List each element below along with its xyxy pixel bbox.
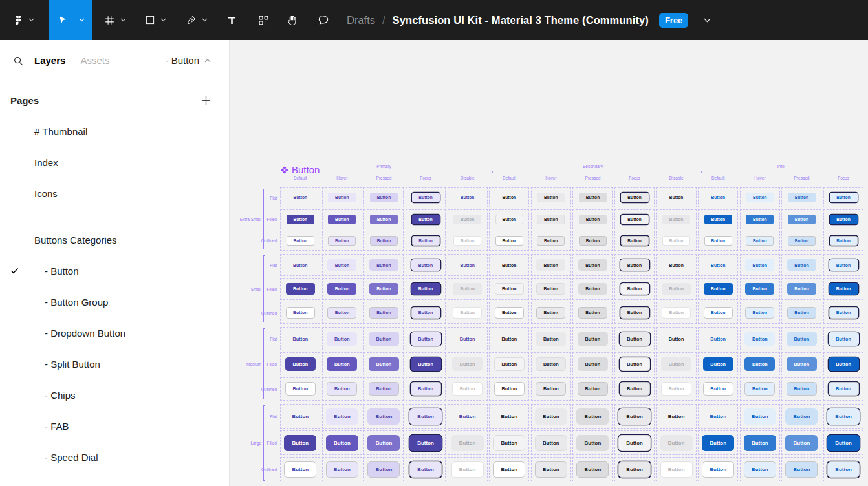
button-sample-secondary-hover-filled[interactable]: Button <box>536 283 565 295</box>
button-sample-primary-pressed-filled[interactable]: Button <box>367 435 400 451</box>
button-sample-info-default-outlined[interactable]: Button <box>704 236 732 246</box>
button-sample-primary-hover-flat[interactable]: Button <box>328 193 356 202</box>
button-sample-secondary-focus-flat[interactable]: Button <box>618 408 651 425</box>
button-sample-info-focus-outlined[interactable]: Button <box>830 236 858 246</box>
button-sample-primary-disable-flat[interactable]: Button <box>453 193 481 202</box>
button-sample-secondary-default-flat[interactable]: Button <box>495 193 523 202</box>
page-item-split-button[interactable]: - Split Button <box>0 348 229 379</box>
button-sample-primary-pressed-flat[interactable]: Button <box>369 259 398 271</box>
page-item-chips[interactable]: - Chips <box>0 379 229 410</box>
button-sample-primary-focus-outlined[interactable]: Button <box>411 382 441 396</box>
button-sample-primary-default-filled[interactable]: Button <box>286 283 315 295</box>
button-sample-info-focus-flat[interactable]: Button <box>830 193 858 202</box>
page-item-speed-dial[interactable]: - Speed Dial <box>0 441 229 472</box>
button-sample-primary-disable-filled[interactable]: Button <box>452 357 483 371</box>
button-sample-info-hover-outlined[interactable]: Button <box>746 236 774 246</box>
button-sample-info-focus-filled[interactable]: Button <box>830 215 858 224</box>
button-sample-secondary-disable-filled[interactable]: Button <box>662 283 691 295</box>
main-menu-button[interactable] <box>0 0 47 40</box>
button-sample-primary-hover-flat[interactable]: Button <box>327 332 357 346</box>
button-sample-primary-disable-outlined[interactable]: Button <box>451 461 484 478</box>
button-sample-secondary-disable-outlined[interactable]: Button <box>662 307 691 319</box>
button-sample-primary-hover-filled[interactable]: Button <box>328 215 356 224</box>
pen-tool-button[interactable] <box>186 0 208 40</box>
button-sample-primary-hover-filled[interactable]: Button <box>327 283 356 295</box>
add-page-icon[interactable] <box>201 96 211 105</box>
button-sample-primary-focus-flat[interactable]: Button <box>411 259 440 271</box>
button-sample-secondary-pressed-outlined[interactable]: Button <box>576 461 609 478</box>
button-sample-secondary-pressed-flat[interactable]: Button <box>579 193 607 202</box>
button-sample-primary-pressed-filled[interactable]: Button <box>370 215 398 224</box>
button-sample-primary-default-outlined[interactable]: Button <box>287 236 314 246</box>
button-sample-primary-focus-filled[interactable]: Button <box>411 357 441 371</box>
button-sample-primary-default-flat[interactable]: Button <box>284 408 316 425</box>
button-sample-secondary-pressed-flat[interactable]: Button <box>576 408 609 425</box>
button-sample-primary-default-outlined[interactable]: Button <box>285 382 316 396</box>
button-sample-secondary-default-filled[interactable]: Button <box>493 435 525 451</box>
button-sample-secondary-default-filled[interactable]: Button <box>495 283 524 295</box>
button-sample-info-hover-flat[interactable]: Button <box>744 332 775 346</box>
button-sample-info-pressed-flat[interactable]: Button <box>788 193 816 202</box>
button-sample-secondary-disable-outlined[interactable]: Button <box>662 236 690 246</box>
button-sample-primary-hover-outlined[interactable]: Button <box>327 307 356 319</box>
button-sample-primary-hover-flat[interactable]: Button <box>327 259 356 271</box>
comment-tool-button[interactable] <box>317 0 330 40</box>
button-sample-primary-hover-filled[interactable]: Button <box>326 435 358 451</box>
file-menu-chevron-icon[interactable] <box>704 18 711 23</box>
file-title[interactable]: Syncfusion UI Kit - Material 3 Theme (Co… <box>393 14 649 26</box>
button-sample-secondary-disable-filled[interactable]: Button <box>662 215 690 224</box>
button-sample-secondary-default-outlined[interactable]: Button <box>495 236 523 246</box>
button-sample-primary-disable-outlined[interactable]: Button <box>452 382 483 396</box>
button-sample-info-focus-flat[interactable]: Button <box>829 332 859 346</box>
button-sample-info-focus-outlined[interactable]: Button <box>829 307 858 319</box>
button-sample-info-focus-flat[interactable]: Button <box>827 408 860 425</box>
button-sample-primary-disable-flat[interactable]: Button <box>451 408 484 425</box>
button-sample-secondary-focus-flat[interactable]: Button <box>620 332 650 346</box>
button-sample-primary-disable-flat[interactable]: Button <box>452 332 483 346</box>
button-sample-info-hover-outlined[interactable]: Button <box>744 382 775 396</box>
button-sample-primary-pressed-outlined[interactable]: Button <box>367 461 400 478</box>
button-sample-secondary-pressed-flat[interactable]: Button <box>578 259 607 271</box>
button-sample-info-hover-filled[interactable]: Button <box>746 215 774 224</box>
frame-tool-button[interactable] <box>103 0 126 40</box>
button-sample-primary-focus-flat[interactable]: Button <box>409 408 442 425</box>
button-sample-secondary-disable-flat[interactable]: Button <box>662 193 690 202</box>
page-item-fab[interactable]: - FAB <box>0 410 229 441</box>
button-sample-info-default-flat[interactable]: Button <box>703 332 733 346</box>
button-sample-secondary-focus-flat[interactable]: Button <box>620 259 649 271</box>
button-sample-info-pressed-flat[interactable]: Button <box>787 332 817 346</box>
button-sample-primary-default-filled[interactable]: Button <box>287 215 314 224</box>
button-sample-primary-hover-outlined[interactable]: Button <box>326 461 358 478</box>
button-sample-primary-focus-filled[interactable]: Button <box>411 283 440 295</box>
button-sample-info-focus-filled[interactable]: Button <box>829 283 858 295</box>
button-sample-primary-disable-filled[interactable]: Button <box>451 435 484 451</box>
button-sample-info-pressed-outlined[interactable]: Button <box>785 461 818 478</box>
button-sample-info-pressed-outlined[interactable]: Button <box>788 236 816 246</box>
button-sample-info-hover-outlined[interactable]: Button <box>744 461 776 478</box>
frame-title[interactable]: Button <box>281 164 320 176</box>
button-sample-secondary-default-outlined[interactable]: Button <box>494 382 525 396</box>
button-sample-secondary-focus-filled[interactable]: Button <box>618 435 651 451</box>
button-sample-secondary-pressed-filled[interactable]: Button <box>578 283 607 295</box>
section-buttons-categories[interactable]: Buttons Categories <box>0 224 229 255</box>
button-sample-secondary-pressed-outlined[interactable]: Button <box>579 236 607 246</box>
button-sample-info-default-filled[interactable]: Button <box>704 283 733 295</box>
button-sample-primary-pressed-outlined[interactable]: Button <box>369 382 399 396</box>
button-sample-primary-default-filled[interactable]: Button <box>285 357 316 371</box>
button-sample-info-default-filled[interactable]: Button <box>703 357 733 371</box>
button-sample-secondary-disable-outlined[interactable]: Button <box>660 461 693 478</box>
button-sample-secondary-focus-outlined[interactable]: Button <box>621 236 649 246</box>
button-sample-primary-default-outlined[interactable]: Button <box>284 461 316 478</box>
button-sample-secondary-disable-flat[interactable]: Button <box>662 259 691 271</box>
page-selector[interactable]: - Button <box>165 55 211 66</box>
shape-tool-button[interactable] <box>144 0 166 40</box>
button-sample-secondary-disable-flat[interactable]: Button <box>660 408 693 425</box>
tab-assets[interactable]: Assets <box>80 55 109 66</box>
button-sample-secondary-hover-flat[interactable]: Button <box>537 193 565 202</box>
button-sample-primary-focus-outlined[interactable]: Button <box>409 461 442 478</box>
button-sample-primary-pressed-filled[interactable]: Button <box>369 357 399 371</box>
text-tool-button[interactable] <box>226 0 238 40</box>
button-sample-secondary-default-filled[interactable]: Button <box>495 215 523 224</box>
button-sample-primary-pressed-flat[interactable]: Button <box>367 408 400 425</box>
button-sample-secondary-pressed-outlined[interactable]: Button <box>578 382 608 396</box>
